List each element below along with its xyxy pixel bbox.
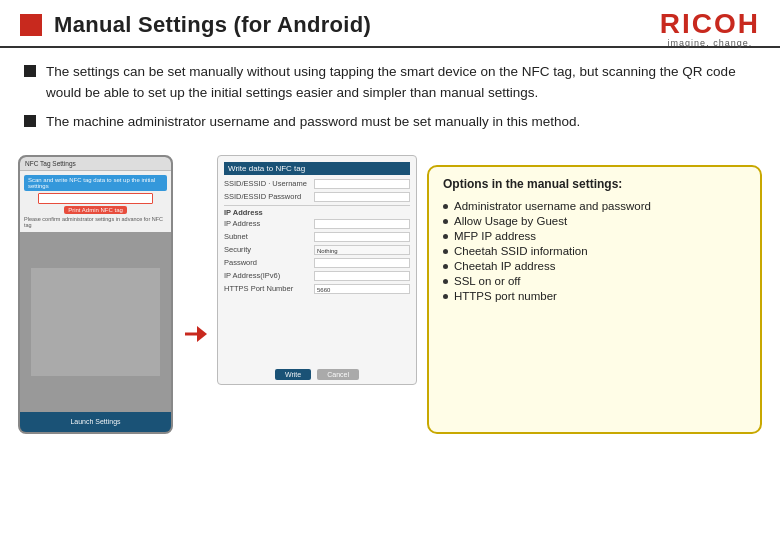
phone-nfc-text: NFC Tag Settings <box>25 160 76 167</box>
bullet-dot-4 <box>443 264 448 269</box>
header-icon <box>20 14 42 36</box>
bullet-dot-2 <box>443 234 448 239</box>
svg-marker-1 <box>197 326 207 342</box>
phone-write-btn[interactable]: Print Admin NFC tag <box>64 206 127 214</box>
phone-small-text: Please confirm administrator settings in… <box>24 216 167 228</box>
phone-info-text: Scan and write NFC tag data to set up th… <box>28 177 163 189</box>
dialog-row-4: Security Nothing <box>224 245 410 255</box>
phone-bottom-bar: Launch Settings <box>20 412 171 432</box>
dialog-label-0: SSID/ESSID · Username <box>224 179 314 188</box>
list-item: SSL on or off <box>443 274 746 289</box>
phone-mockup: NFC Tag Settings Scan and write NFC tag … <box>18 155 173 434</box>
dialog-label-4: Security <box>224 245 314 254</box>
phone-screen: Launch Settings <box>20 232 171 432</box>
dialog-label-1: SSID/ESSID Password <box>224 192 314 201</box>
bullet-dot-5 <box>443 279 448 284</box>
dialog-mockup: Write data to NFC tag SSID/ESSID · Usern… <box>217 155 417 385</box>
dialog-row-0: SSID/ESSID · Username <box>224 179 410 189</box>
bullet-item-1: The settings can be set manually without… <box>24 62 756 104</box>
dialog-field-7[interactable]: 5660 <box>314 284 410 294</box>
phone-input-row[interactable] <box>38 193 152 204</box>
bullets-section: The settings can be set manually without… <box>0 48 780 151</box>
dialog-row-1: SSID/ESSID Password <box>224 192 410 202</box>
dialog-row-6: IP Address(IPv6) <box>224 271 410 281</box>
bullet-square-1 <box>24 65 36 77</box>
dialog-footer: Write Cancel <box>218 369 416 380</box>
bullet-square-2 <box>24 115 36 127</box>
phone-bottom-text[interactable]: Launch Settings <box>70 418 120 425</box>
dialog-row-5: Password <box>224 258 410 268</box>
phone-info-bar: Scan and write NFC tag data to set up th… <box>24 175 167 191</box>
dialog-label-7: HTTPS Port Number <box>224 284 314 293</box>
bullet-text-1: The settings can be set manually without… <box>46 62 756 104</box>
bullet-dot-3 <box>443 249 448 254</box>
ricoh-logo-tagline: imagine. change. <box>660 38 760 48</box>
page-header: Manual Settings (for Android) RICOH imag… <box>0 0 780 48</box>
list-item: Administrator username and password <box>443 199 746 214</box>
list-item: Cheetah IP address <box>443 259 746 274</box>
phone-screen-gray <box>31 268 159 376</box>
dialog-title: Write data to NFC tag <box>224 162 410 175</box>
bullet-text-2: The machine administrator username and p… <box>46 112 756 133</box>
dialog-label-5: Password <box>224 258 314 267</box>
dialog-field-4[interactable]: Nothing <box>314 245 410 255</box>
bullet-dot-6 <box>443 294 448 299</box>
options-box: Options in the manual settings: Administ… <box>427 165 762 434</box>
phone-screen-inner <box>20 232 171 412</box>
list-item: MFP IP address <box>443 229 746 244</box>
arrow-container <box>183 235 207 434</box>
dialog-field-5[interactable] <box>314 258 410 268</box>
options-title: Options in the manual settings: <box>443 177 746 191</box>
dialog-section-ip: IP Address <box>224 205 410 217</box>
dialog-field-6[interactable] <box>314 271 410 281</box>
list-item: HTTPS port number <box>443 289 746 304</box>
dialog-label-6: IP Address(IPv6) <box>224 271 314 280</box>
options-list: Administrator username and password Allo… <box>443 199 746 304</box>
dialog-label-2: IP Address <box>224 219 314 228</box>
option-text-4: Cheetah IP address <box>454 260 555 272</box>
list-item: Cheetah SSID information <box>443 244 746 259</box>
ricoh-logo-text: RICOH <box>660 10 760 38</box>
ricoh-logo: RICOH imagine. change. <box>660 10 760 48</box>
bullet-item-2: The machine administrator username and p… <box>24 112 756 133</box>
phone-content-area: Scan and write NFC tag data to set up th… <box>20 171 171 232</box>
dialog-row-3: Subnet <box>224 232 410 242</box>
option-text-0: Administrator username and password <box>454 200 651 212</box>
bullet-dot-0 <box>443 204 448 209</box>
option-text-6: HTTPS port number <box>454 290 557 302</box>
dialog-row-2: IP Address <box>224 219 410 229</box>
option-text-5: SSL on or off <box>454 275 521 287</box>
list-item: Allow Usage by Guest <box>443 214 746 229</box>
dialog-field-3[interactable] <box>314 232 410 242</box>
option-text-3: Cheetah SSID information <box>454 245 588 257</box>
dialog-cancel-btn[interactable]: Cancel <box>317 369 359 380</box>
bullet-dot-1 <box>443 219 448 224</box>
dialog-label-3: Subnet <box>224 232 314 241</box>
arrow-icon <box>183 314 207 354</box>
phone-nfc-header: NFC Tag Settings <box>20 157 171 171</box>
dialog-field-0[interactable] <box>314 179 410 189</box>
page-title: Manual Settings (for Android) <box>54 12 371 38</box>
main-content: NFC Tag Settings Scan and write NFC tag … <box>0 151 780 442</box>
option-text-1: Allow Usage by Guest <box>454 215 567 227</box>
dialog-write-btn[interactable]: Write <box>275 369 311 380</box>
option-text-2: MFP IP address <box>454 230 536 242</box>
dialog-row-7: HTTPS Port Number 5660 <box>224 284 410 294</box>
dialog-field-2[interactable] <box>314 219 410 229</box>
dialog-field-1[interactable] <box>314 192 410 202</box>
